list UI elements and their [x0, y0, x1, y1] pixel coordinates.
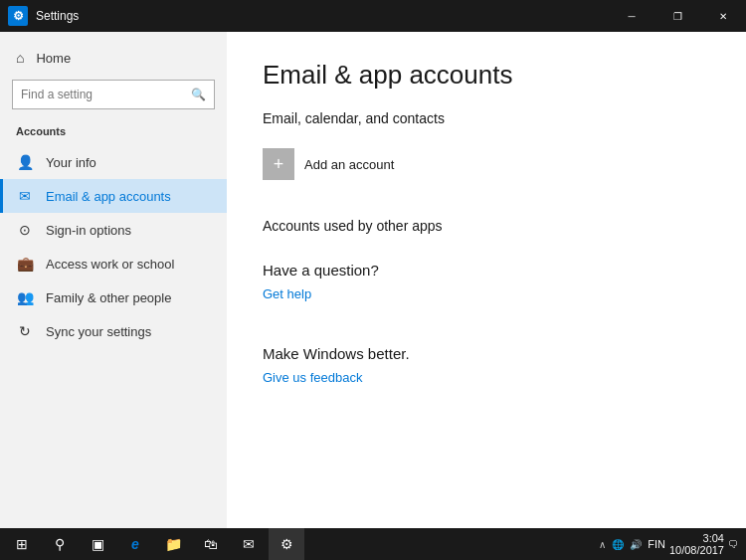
- file-explorer-button[interactable]: 📁: [155, 528, 191, 560]
- search-input[interactable]: [21, 88, 191, 101]
- sidebar-section-label: Accounts: [0, 121, 227, 145]
- settings-window-icon: ⚙: [8, 6, 28, 26]
- system-tray: ∧ 🌐 🔊 FIN: [599, 538, 665, 550]
- start-button[interactable]: ⊞: [4, 528, 40, 560]
- mail-taskbar-icon: ✉: [243, 536, 255, 552]
- start-icon: ⊞: [16, 536, 28, 552]
- edge-button[interactable]: e: [117, 528, 153, 560]
- email-icon: ✉: [16, 188, 34, 204]
- main-content-area: Email & app accounts Email, calendar, an…: [227, 32, 746, 528]
- titlebar-controls: ─ ❐ ✕: [609, 0, 746, 32]
- volume-icon[interactable]: 🔊: [630, 539, 642, 550]
- task-view-button[interactable]: ▣: [80, 528, 115, 560]
- store-button[interactable]: 🛍: [193, 528, 229, 560]
- date-display: 10/08/2017: [669, 544, 724, 556]
- clock[interactable]: 3:04 10/08/2017: [669, 532, 724, 556]
- have-a-question-title: Have a question?: [263, 262, 710, 279]
- restore-button[interactable]: ❐: [654, 0, 700, 32]
- sidebar-item-sign-in-label: Sign-in options: [46, 223, 131, 238]
- sidebar-item-your-info[interactable]: 👤 Your info: [0, 145, 227, 179]
- sidebar-item-work-label: Access work or school: [46, 257, 174, 272]
- settings-taskbar-icon: ⚙: [280, 536, 293, 552]
- titlebar-left: ⚙ Settings: [8, 6, 79, 26]
- accounts-other-apps-title: Accounts used by other apps: [263, 218, 710, 234]
- home-icon: ⌂: [16, 50, 24, 66]
- chevron-up-icon[interactable]: ∧: [599, 539, 606, 550]
- work-icon: 💼: [16, 256, 34, 272]
- network-icon[interactable]: 🌐: [612, 539, 624, 550]
- make-windows-better-title: Make Windows better.: [263, 345, 710, 362]
- sidebar-item-sync-label: Sync your settings: [46, 324, 151, 339]
- sidebar-item-home[interactable]: ⌂ Home: [0, 40, 227, 76]
- task-view-icon: ▣: [92, 536, 104, 552]
- titlebar: ⚙ Settings ─ ❐ ✕: [0, 0, 746, 32]
- your-info-icon: 👤: [16, 154, 34, 170]
- sidebar-item-family-other-people[interactable]: 👥 Family & other people: [0, 280, 227, 314]
- sidebar-item-your-info-label: Your info: [46, 155, 96, 170]
- email-section-subtitle: Email, calendar, and contacts: [263, 110, 710, 126]
- search-box[interactable]: 🔍: [12, 80, 215, 109]
- taskbar-left: ⊞ ⚲ ▣ e 📁 🛍 ✉ ⚙: [4, 528, 304, 560]
- sidebar-item-access-work-school[interactable]: 💼 Access work or school: [0, 247, 227, 280]
- sidebar-item-sign-in-options[interactable]: ⊙ Sign-in options: [0, 213, 227, 247]
- sidebar-item-family-label: Family & other people: [46, 290, 171, 305]
- taskbar: ⊞ ⚲ ▣ e 📁 🛍 ✉ ⚙ ∧ 🌐 🔊 FIN 3: [0, 528, 746, 560]
- sidebar-item-email-app-accounts[interactable]: ✉ Email & app accounts: [0, 179, 227, 213]
- window-title: Settings: [36, 9, 79, 23]
- give-feedback-link[interactable]: Give us feedback: [263, 370, 362, 385]
- sidebar-item-email-label: Email & app accounts: [46, 189, 171, 204]
- taskbar-search-icon: ⚲: [55, 536, 65, 552]
- edge-icon: e: [131, 536, 139, 552]
- sidebar-item-sync-settings[interactable]: ↻ Sync your settings: [0, 314, 227, 348]
- home-label: Home: [36, 51, 71, 66]
- family-icon: 👥: [16, 289, 34, 305]
- search-button[interactable]: ⚲: [42, 528, 78, 560]
- sign-in-icon: ⊙: [16, 222, 34, 238]
- time-display: 3:04: [669, 532, 724, 544]
- mail-button[interactable]: ✉: [231, 528, 267, 560]
- minimize-button[interactable]: ─: [609, 0, 654, 32]
- close-button[interactable]: ✕: [700, 0, 746, 32]
- notification-icon[interactable]: 🗨: [728, 539, 738, 550]
- taskbar-right: ∧ 🌐 🔊 FIN 3:04 10/08/2017 🗨: [599, 532, 742, 556]
- add-icon: +: [263, 148, 294, 180]
- page-title: Email & app accounts: [263, 60, 710, 91]
- main-window: ⌂ Home 🔍 Accounts 👤 Your info ✉ Email & …: [0, 32, 746, 528]
- store-icon: 🛍: [204, 536, 218, 552]
- add-account-label: Add an account: [304, 157, 394, 172]
- language-indicator[interactable]: FIN: [648, 538, 665, 550]
- search-icon: 🔍: [191, 88, 206, 101]
- file-explorer-icon: 📁: [165, 536, 182, 552]
- sidebar: ⌂ Home 🔍 Accounts 👤 Your info ✉ Email & …: [0, 32, 227, 528]
- add-account-button[interactable]: + Add an account: [263, 142, 710, 186]
- sync-icon: ↻: [16, 323, 34, 339]
- settings-taskbar-button[interactable]: ⚙: [269, 528, 304, 560]
- get-help-link[interactable]: Get help: [263, 286, 311, 301]
